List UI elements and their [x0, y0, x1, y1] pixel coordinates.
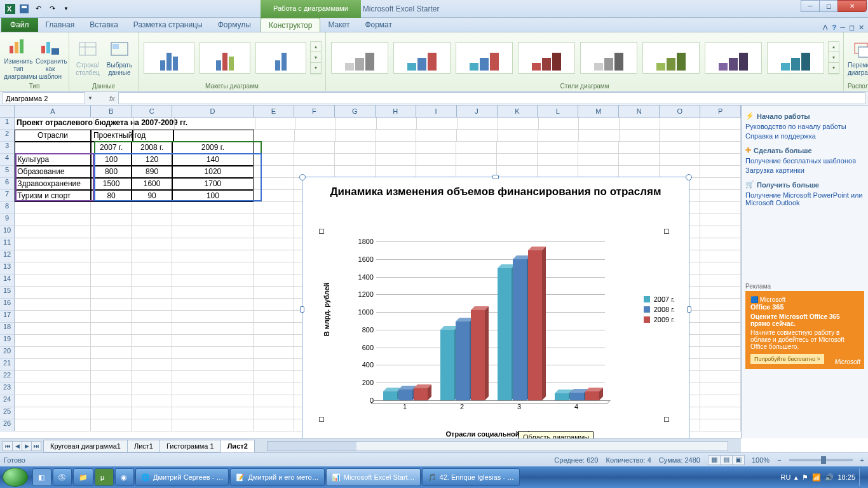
ad-try-button[interactable]: Попробуйте бесплатно > — [750, 354, 824, 364]
cell[interactable] — [132, 299, 172, 311]
cell[interactable] — [700, 371, 741, 383]
cell[interactable]: 90 — [132, 190, 172, 202]
tray-flag-icon[interactable]: ⚑ — [802, 473, 808, 482]
cell[interactable] — [254, 359, 294, 371]
plot-resize-handle[interactable] — [664, 229, 669, 234]
select-all-corner[interactable] — [0, 105, 15, 117]
cell[interactable]: 1600 — [132, 178, 172, 190]
row-header[interactable]: 3 — [0, 142, 15, 154]
cell[interactable] — [254, 238, 294, 250]
taskbar-window[interactable]: 🌐Дмитрий Сергеев - … — [135, 468, 229, 486]
cell[interactable] — [254, 323, 294, 335]
cell[interactable] — [91, 407, 132, 419]
cell[interactable]: Культура — [15, 154, 91, 166]
tray-clock[interactable]: 18:25 — [837, 473, 855, 481]
chart-resize-handle[interactable] — [300, 306, 304, 313]
legend-item[interactable]: 2007 г. — [644, 295, 675, 303]
cell[interactable] — [254, 250, 294, 262]
sheet-nav-prev-icon[interactable]: ◀ — [12, 441, 22, 451]
column-header[interactable]: C — [132, 105, 172, 117]
cell[interactable] — [91, 214, 132, 226]
cell[interactable] — [254, 262, 294, 274]
cell[interactable] — [91, 419, 132, 431]
row-header[interactable]: 6 — [0, 178, 15, 190]
cell[interactable]: 120 — [132, 154, 172, 166]
view-page-layout-icon[interactable]: ▤ — [720, 455, 733, 465]
cell[interactable] — [15, 142, 91, 154]
office365-ad[interactable]: 🟦 Microsoft Office 365 Оцените Microsoft… — [745, 291, 864, 369]
cell[interactable] — [172, 347, 254, 359]
cell[interactable] — [15, 262, 91, 274]
cell[interactable] — [15, 395, 91, 407]
cell[interactable] — [15, 371, 91, 383]
cell[interactable] — [700, 299, 741, 311]
cell[interactable] — [132, 287, 172, 299]
row-header[interactable]: 1 — [0, 118, 15, 130]
cell[interactable] — [172, 287, 254, 299]
chart-x-axis-title[interactable]: Отрасли социальной сферы — [302, 430, 689, 438]
row-header[interactable]: 12 — [0, 250, 15, 262]
column-header[interactable]: N — [619, 105, 660, 117]
cell[interactable] — [132, 335, 172, 347]
chart-legend[interactable]: 2007 г.2008 г.2009 г. — [644, 293, 675, 326]
switch-row-col-button[interactable]: Строка/столбец — [73, 39, 102, 77]
column-header[interactable]: K — [498, 105, 538, 117]
cell[interactable] — [539, 118, 580, 130]
chart-bar[interactable] — [440, 330, 454, 400]
cell[interactable] — [498, 118, 539, 130]
sidebar-link[interactable]: Получение Microsoft PowerPoint или Micro… — [745, 191, 864, 207]
column-header[interactable]: E — [254, 105, 294, 117]
view-page-break-icon[interactable]: ▣ — [732, 455, 745, 465]
cell[interactable] — [15, 238, 91, 250]
chart-layout-2[interactable] — [200, 42, 250, 74]
tab-chart-design[interactable]: Конструктор — [261, 18, 320, 32]
cell[interactable] — [700, 202, 741, 214]
doc-restore-icon[interactable]: ◻ — [849, 24, 855, 32]
sheet-nav-next-icon[interactable]: ▶ — [22, 441, 32, 451]
sheet-tab[interactable]: Гистограмма 1 — [159, 440, 221, 452]
zoom-in-icon[interactable]: + — [860, 456, 864, 464]
row-header[interactable]: 9 — [0, 214, 15, 226]
sheet-tab[interactable]: Лист2 — [220, 440, 255, 452]
row-header[interactable]: 16 — [0, 299, 15, 311]
cell[interactable] — [295, 118, 336, 130]
cell[interactable] — [254, 142, 294, 154]
taskbar-pin[interactable]: 📁 — [73, 468, 93, 486]
cell[interactable] — [132, 226, 172, 238]
cell[interactable]: 800 — [91, 166, 132, 178]
fx-icon[interactable]: fx — [109, 95, 115, 102]
row-header[interactable]: 17 — [0, 311, 15, 323]
cell[interactable] — [173, 130, 254, 142]
row-header[interactable]: 24 — [0, 395, 15, 407]
row-header[interactable]: 13 — [0, 262, 15, 274]
cell[interactable] — [132, 359, 172, 371]
cell[interactable] — [91, 311, 132, 323]
cell[interactable] — [416, 130, 457, 142]
chart-bar[interactable] — [414, 388, 428, 400]
cell[interactable] — [620, 130, 660, 142]
cell[interactable] — [254, 178, 294, 190]
cell[interactable] — [700, 323, 741, 335]
cell[interactable] — [660, 130, 700, 142]
cell[interactable] — [15, 407, 91, 419]
cell[interactable] — [132, 238, 172, 250]
row-header[interactable]: 20 — [0, 347, 15, 359]
cell[interactable] — [172, 238, 254, 250]
column-header[interactable]: I — [416, 105, 457, 117]
select-data-button[interactable]: Выбрать данные — [105, 39, 134, 77]
tab-insert[interactable]: Вставка — [82, 18, 126, 32]
help-icon[interactable]: ? — [832, 24, 836, 32]
cell[interactable] — [91, 262, 132, 274]
taskbar-pin[interactable]: µ — [95, 468, 114, 486]
cell[interactable] — [538, 142, 578, 154]
cell[interactable] — [132, 347, 172, 359]
column-header[interactable]: G — [335, 105, 376, 117]
cell[interactable] — [376, 142, 416, 154]
save-icon[interactable] — [18, 3, 31, 15]
sidebar-link[interactable]: Получение бесплатных шаблонов — [745, 157, 864, 165]
cell[interactable] — [91, 202, 132, 214]
view-normal-icon[interactable]: ▦ — [708, 455, 721, 465]
cell[interactable] — [132, 311, 172, 323]
cell[interactable]: 140 — [172, 154, 254, 166]
cell[interactable] — [15, 287, 91, 299]
